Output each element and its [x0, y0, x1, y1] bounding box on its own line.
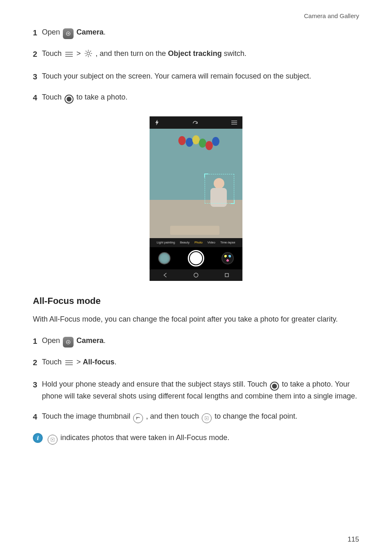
step-a1: 1 Open Camera. [33, 27, 359, 39]
nav-home-icon [193, 272, 199, 278]
tracking-focus-box [205, 174, 234, 204]
text: . [104, 336, 106, 345]
gallery-thumbnail [158, 252, 171, 264]
mode-label: Video [208, 241, 215, 244]
text: Touch [42, 93, 64, 101]
step-a2: 2 Touch > , and then turn on the Object … [33, 48, 359, 62]
tip-body: indicates photos that were taken in All-… [47, 432, 229, 445]
effects-button [221, 252, 234, 264]
step-b2: 2 Touch > All-focus. [33, 357, 359, 370]
text: > [76, 49, 83, 58]
text: Touch [42, 49, 64, 58]
mode-label: Time-lapse [220, 241, 235, 244]
menu-icon [65, 358, 74, 370]
svg-point-28 [52, 439, 53, 440]
step-b1: 1 Open Camera. [33, 335, 359, 348]
step-body: Open Camera. [42, 27, 359, 39]
section-intro: With All-Focus mode, you can change the … [33, 314, 359, 325]
svg-line-10 [85, 51, 86, 52]
camera-controls [150, 247, 242, 269]
system-nav-bar [150, 269, 242, 281]
header-section-title: Camera and Gallery [33, 12, 359, 19]
step-a3: 3 Touch your subject on the screen. Your… [33, 71, 359, 83]
text: , and then turn on the [96, 49, 168, 58]
text: , and then touch [146, 412, 201, 420]
text: . [115, 358, 117, 366]
camera-menu-icon [231, 120, 238, 125]
info-icon: i [33, 433, 43, 443]
svg-point-1 [68, 33, 69, 35]
all-focus-thumbnail-icon [133, 413, 143, 423]
app-label: Camera [76, 336, 104, 345]
feature-label: All-focus [83, 358, 115, 366]
balloon-graphic [212, 137, 219, 146]
step-number: 4 [33, 411, 42, 423]
tip-row: i indicates photos that were taken in Al… [33, 432, 359, 445]
camera-app-icon [63, 337, 74, 348]
viewfinder [150, 129, 242, 238]
step-a4: 4 Touch to take a photo. [33, 92, 359, 104]
shutter-icon [270, 382, 279, 391]
shutter-button [188, 250, 204, 266]
step-number: 2 [33, 357, 42, 368]
svg-line-11 [90, 55, 91, 56]
step-b3: 3 Hold your phone steady and ensure that… [33, 379, 359, 402]
flash-icon [154, 120, 159, 125]
phone-screenshot: Light painting Beauty Photo Video Time-l… [33, 116, 359, 281]
svg-line-12 [85, 55, 86, 56]
nav-back-icon [162, 272, 168, 278]
svg-point-5 [87, 52, 90, 55]
text: Hold your phone steady and ensure that t… [42, 380, 269, 388]
step-b4: 4 Touch the image thumbnail , and then t… [33, 411, 359, 423]
svg-rect-18 [225, 273, 228, 277]
step-number: 3 [33, 379, 42, 391]
camera-top-bar [150, 116, 242, 129]
step-body: Touch > All-focus. [42, 357, 359, 370]
step-body: Touch > , and then turn on the Object tr… [42, 48, 359, 62]
text: . [104, 28, 106, 36]
all-focus-indicator-icon [48, 435, 58, 445]
camera-app-icon [63, 28, 74, 39]
step-body: Touch the image thumbnail , and then tou… [42, 411, 359, 423]
mode-label-active: Photo [194, 241, 203, 244]
text: Open [42, 28, 62, 36]
step-number: 4 [33, 92, 42, 104]
camera-mode-strip: Light painting Beauty Photo Video Time-l… [150, 238, 242, 247]
step-number: 1 [33, 27, 42, 39]
mode-label: Beauty [180, 241, 189, 244]
app-label: Camera [76, 28, 104, 36]
step-body: Touch to take a photo. [42, 92, 359, 104]
step-number: 1 [33, 335, 42, 347]
text: Touch [42, 358, 64, 366]
step-number: 2 [33, 48, 42, 60]
gear-icon [84, 49, 93, 62]
svg-point-17 [194, 273, 198, 277]
step-number: 3 [33, 71, 42, 83]
feature-label: Object tracking [168, 49, 222, 58]
svg-point-26 [206, 418, 207, 419]
step-body: Open Camera. [42, 335, 359, 348]
all-focus-edit-icon [202, 413, 212, 423]
section-heading-all-focus: All-Focus mode [33, 296, 359, 306]
text: to take a photo. [76, 93, 127, 101]
step-body: Hold your phone steady and ensure that t… [42, 379, 359, 402]
page-number: 115 [348, 535, 359, 544]
text: > [76, 358, 83, 366]
text: to change the focal point. [214, 412, 297, 420]
nav-recent-icon [224, 272, 230, 278]
switch-camera-icon [191, 120, 199, 125]
floor-graphic [170, 226, 219, 235]
text: Touch the image thumbnail [42, 412, 132, 420]
phone-screen: Light painting Beauty Photo Video Time-l… [150, 116, 242, 281]
svg-line-13 [90, 51, 91, 52]
menu-icon [65, 50, 74, 61]
text: Open [42, 336, 62, 345]
mode-label: Light painting [157, 241, 175, 244]
shutter-icon [65, 95, 74, 104]
text: switch. [222, 49, 247, 58]
step-body: Touch your subject on the screen. Your c… [42, 71, 359, 82]
tip-text: indicates photos that were taken in All-… [60, 433, 229, 442]
balloon-graphic [178, 136, 186, 145]
svg-point-20 [68, 341, 69, 343]
